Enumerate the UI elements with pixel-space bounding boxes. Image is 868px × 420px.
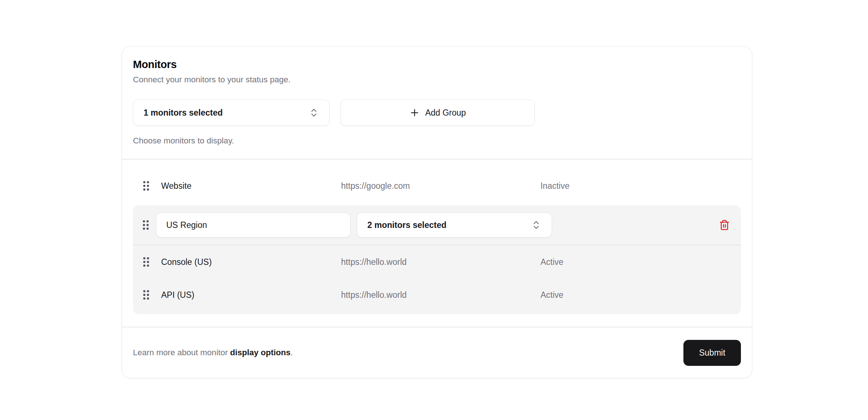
monitor-url: https://hello.world [335, 290, 538, 300]
monitors-card: Monitors Connect your monitors to your s… [122, 46, 752, 378]
monitor-url: https://hello.world [335, 257, 538, 267]
monitors-select[interactable]: 1 monitors selected [133, 100, 330, 126]
group-header: 2 monitors selected [133, 205, 741, 245]
footer-text-suffix: . [290, 348, 293, 357]
chevron-up-down-icon [531, 220, 541, 230]
monitor-name-cell: Website [133, 180, 335, 191]
monitor-status: Inactive [538, 181, 741, 191]
footer-text: Learn more about monitor display options… [133, 348, 293, 357]
monitor-row: Website https://google.com Inactive [133, 173, 741, 199]
monitor-name-cell: Console (US) [133, 256, 335, 267]
trash-icon [719, 220, 730, 230]
grip-vertical-icon [142, 180, 150, 191]
monitor-group: 2 monitors selected Console (US) [133, 205, 741, 314]
monitor-status: Active [538, 257, 741, 267]
grip-vertical-icon [142, 220, 150, 230]
monitor-name: Website [161, 181, 192, 191]
monitor-name: API (US) [161, 290, 194, 300]
group-monitors-select-value: 2 monitors selected [367, 220, 446, 230]
monitor-url: https://google.com [335, 181, 538, 191]
helper-text: Choose monitors to display. [133, 135, 741, 146]
display-options-link[interactable]: display options [230, 348, 290, 357]
plus-icon [409, 107, 420, 118]
drag-handle[interactable] [142, 220, 150, 230]
chevron-up-down-icon [309, 108, 319, 118]
group-name-input[interactable] [156, 213, 350, 237]
card-header: Monitors Connect your monitors to your s… [122, 46, 752, 160]
drag-handle[interactable] [142, 256, 150, 267]
monitor-status: Active [538, 290, 741, 300]
submit-button[interactable]: Submit [683, 340, 741, 366]
drag-handle[interactable] [142, 180, 150, 191]
group-monitors-select[interactable]: 2 monitors selected [357, 213, 552, 237]
card-subtitle: Connect your monitors to your status pag… [133, 74, 741, 85]
add-group-button[interactable]: Add Group [340, 100, 535, 126]
monitor-row: Console (US) https://hello.world Active [133, 245, 741, 278]
grip-vertical-icon [142, 289, 150, 300]
card-footer: Learn more about monitor display options… [122, 327, 752, 378]
page-title: Monitors [133, 57, 741, 71]
monitor-name-cell: API (US) [133, 289, 335, 300]
add-group-label: Add Group [425, 108, 466, 118]
monitor-row: API (US) https://hello.world Active [133, 278, 741, 311]
monitor-name: Console (US) [161, 257, 212, 267]
footer-text-prefix: Learn more about monitor [133, 348, 230, 357]
drag-handle[interactable] [142, 289, 150, 300]
delete-group-button[interactable] [717, 217, 732, 233]
group-monitor-rows: Console (US) https://hello.world Active … [133, 245, 741, 314]
grip-vertical-icon [142, 256, 150, 267]
group-header-spacer [558, 217, 732, 233]
controls-row: 1 monitors selected Add Group [133, 100, 741, 126]
monitors-select-value: 1 monitors selected [144, 108, 223, 118]
monitor-list: Website https://google.com Inactive 2 mo… [122, 160, 752, 327]
